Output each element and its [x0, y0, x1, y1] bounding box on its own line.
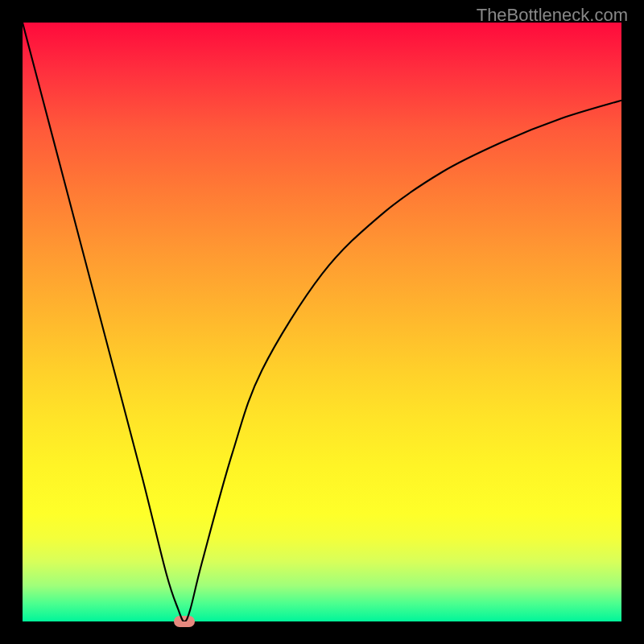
bottleneck-curve — [23, 23, 621, 621]
plot-area — [23, 23, 621, 621]
watermark-text: TheBottleneck.com — [477, 5, 628, 26]
curve-path — [23, 23, 621, 621]
